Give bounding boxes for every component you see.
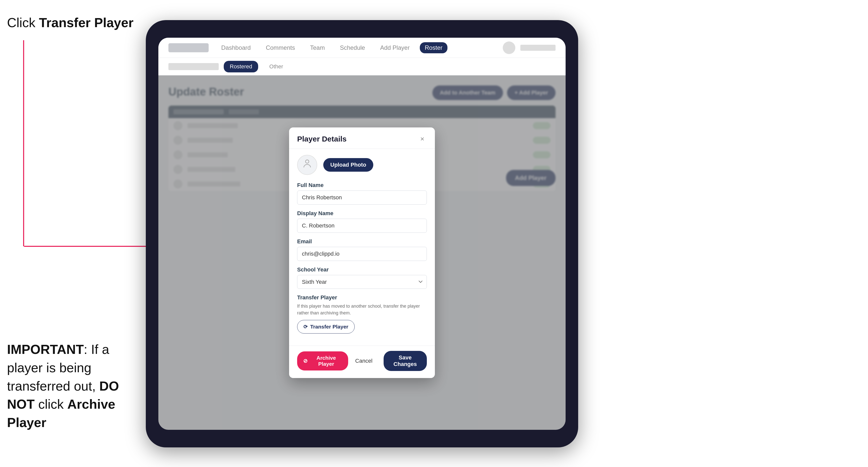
- annotation-vertical-line: [23, 40, 24, 246]
- cancel-button[interactable]: Cancel: [348, 354, 379, 368]
- full-name-input[interactable]: [297, 190, 427, 205]
- nav-item-roster[interactable]: Roster: [420, 42, 448, 53]
- email-label: Email: [297, 238, 427, 245]
- header-avatar: [503, 41, 515, 54]
- display-name-group: Display Name: [297, 210, 427, 233]
- display-name-input[interactable]: [297, 219, 427, 233]
- email-group: Email: [297, 238, 427, 261]
- transfer-description: If this player has moved to another scho…: [297, 303, 427, 316]
- transfer-section-title: Transfer Player: [297, 294, 427, 301]
- instruction-top: Click Transfer Player: [7, 15, 133, 30]
- avatar-section: Upload Photo: [297, 155, 427, 175]
- school-year-select[interactable]: First Year Second Year Third Year Fourth…: [297, 275, 427, 289]
- app-header: Dashboard Comments Team Schedule Add Pla…: [158, 38, 566, 58]
- archive-icon: ⊘: [303, 358, 308, 364]
- nav-item-schedule[interactable]: Schedule: [335, 42, 370, 53]
- tab-other[interactable]: Other: [263, 61, 289, 72]
- school-year-label: School Year: [297, 267, 427, 273]
- transfer-btn-label: Transfer Player: [310, 324, 348, 330]
- archive-btn-label: Archive Player: [310, 355, 342, 367]
- modal-header: Player Details ×: [289, 127, 435, 149]
- school-year-group: School Year First Year Second Year Third…: [297, 267, 427, 289]
- app-logo: [168, 43, 209, 52]
- nav-item-dashboard[interactable]: Dashboard: [216, 42, 256, 53]
- header-name: [520, 45, 556, 51]
- header-right: [503, 41, 556, 54]
- modal-close-button[interactable]: ×: [418, 134, 427, 144]
- person-icon: [302, 159, 312, 171]
- tablet-device: Dashboard Comments Team Schedule Add Pla…: [146, 20, 578, 447]
- player-details-modal: Player Details ×: [289, 127, 435, 378]
- avatar-placeholder: [297, 155, 317, 175]
- full-name-label: Full Name: [297, 182, 427, 188]
- tab-rostered[interactable]: Rostered: [224, 61, 258, 72]
- sub-header: Rostered Other: [158, 58, 566, 75]
- instruction-bottom: IMPORTANT: If a player is being transfer…: [7, 340, 143, 432]
- tablet-screen: Dashboard Comments Team Schedule Add Pla…: [158, 38, 566, 430]
- display-name-label: Display Name: [297, 210, 427, 217]
- save-changes-button[interactable]: Save Changes: [383, 351, 427, 371]
- modal-body: Upload Photo Full Name Display Name: [289, 149, 435, 346]
- svg-point-0: [305, 160, 309, 163]
- modal-title: Player Details: [297, 135, 347, 143]
- modal-footer: ⊘ Archive Player Cancel Save Changes: [289, 346, 435, 378]
- transfer-section: Transfer Player If this player has moved…: [297, 294, 427, 334]
- footer-right-actions: Cancel Save Changes: [348, 351, 427, 371]
- nav-item-team[interactable]: Team: [305, 42, 330, 53]
- upload-photo-button[interactable]: Upload Photo: [323, 158, 373, 172]
- transfer-player-button[interactable]: ⟳ Transfer Player: [297, 320, 355, 334]
- sub-breadcrumb: [168, 63, 219, 70]
- modal-overlay: Player Details ×: [158, 75, 566, 430]
- nav-item-comments[interactable]: Comments: [261, 42, 300, 53]
- email-input[interactable]: [297, 247, 427, 261]
- main-content: Update Roster Add to Another Team + Add …: [158, 75, 566, 430]
- full-name-group: Full Name: [297, 182, 427, 205]
- nav-items: Dashboard Comments Team Schedule Add Pla…: [216, 42, 495, 53]
- nav-item-add-player[interactable]: Add Player: [375, 42, 414, 53]
- transfer-icon: ⟳: [303, 324, 308, 330]
- archive-player-button[interactable]: ⊘ Archive Player: [297, 351, 348, 371]
